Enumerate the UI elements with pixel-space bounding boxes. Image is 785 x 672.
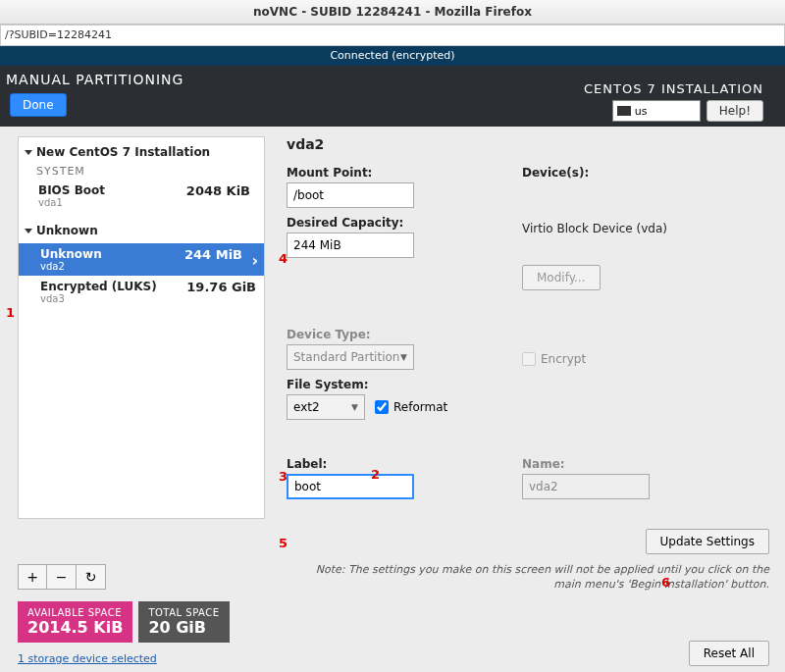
label-input[interactable]: [287, 474, 414, 499]
url-bar[interactable]: /?SUBID=12284241: [0, 25, 785, 46]
keyboard-layout-selector[interactable]: us: [612, 100, 701, 122]
file-system-select[interactable]: ext2▼: [287, 394, 365, 420]
install-title: CENTOS 7 INSTALLATION: [584, 81, 763, 96]
chevron-down-icon: [25, 229, 32, 233]
partition-tree-panel: New CentOS 7 Installation SYSTEM BIOS Bo…: [0, 127, 273, 597]
modify-button[interactable]: Modify...: [522, 265, 601, 290]
devices-label: Device(s):: [522, 166, 769, 180]
help-button[interactable]: Help!: [706, 100, 763, 122]
encrypt-checkbox: [522, 352, 536, 366]
tree-section-new-install[interactable]: New CentOS 7 Installation: [25, 145, 258, 159]
window-title: noVNC - SUBID 12284241 - Mozilla Firefox: [0, 0, 785, 25]
partition-name: Unknown: [40, 247, 102, 261]
partition-device: vda2: [40, 261, 102, 272]
partition-size: 19.76 GiB: [186, 280, 256, 294]
reformat-label: Reformat: [393, 400, 447, 414]
name-label: Name:: [522, 457, 769, 471]
device-text: Virtio Block Device (vda): [522, 222, 769, 235]
device-type-label: Device Type:: [287, 328, 502, 341]
anaconda-header: MANUAL PARTITIONING Done CENTOS 7 INSTAL…: [0, 66, 785, 127]
page-title: MANUAL PARTITIONING: [6, 72, 183, 87]
partition-row-unknown[interactable]: Unknown vda2 244 MiB ›: [19, 243, 264, 276]
tree-section-unknown[interactable]: Unknown: [25, 224, 258, 237]
total-space-badge: TOTAL SPACE 20 GiB: [138, 601, 229, 643]
partition-row-luks[interactable]: Encrypted (LUKS) vda3 19.76 GiB: [19, 276, 264, 308]
file-system-label: File System:: [287, 378, 502, 391]
keyboard-layout-label: us: [635, 105, 648, 118]
available-space-badge: AVAILABLE SPACE 2014.5 KiB: [18, 601, 132, 643]
partition-row-bios[interactable]: BIOS Boot vda1 2048 KiB: [25, 180, 258, 212]
footer: AVAILABLE SPACE 2014.5 KiB TOTAL SPACE 2…: [0, 597, 785, 670]
mount-point-label: Mount Point:: [287, 166, 502, 180]
capacity-label: Desired Capacity:: [287, 216, 502, 230]
tree-subtitle-system: SYSTEM: [36, 165, 258, 178]
reload-button[interactable]: ↻: [77, 564, 106, 590]
partition-name: BIOS Boot: [38, 183, 105, 197]
partition-size: 2048 KiB: [186, 183, 250, 198]
detail-heading: vda2: [287, 136, 769, 152]
reformat-checkbox[interactable]: [375, 400, 389, 414]
partition-detail-panel: vda2 Mount Point: Device(s): Desired Cap…: [273, 127, 785, 597]
chevron-right-icon: ›: [251, 250, 258, 269]
add-partition-button[interactable]: +: [18, 564, 47, 590]
done-button[interactable]: Done: [10, 93, 67, 117]
partition-device: vda3: [40, 293, 157, 304]
vnc-status-bar: Connected (encrypted): [0, 46, 785, 66]
chevron-down-icon: ▼: [400, 352, 407, 362]
partition-size: 244 MiB: [184, 247, 242, 262]
chevron-down-icon: ▼: [351, 402, 358, 412]
keyboard-icon: [617, 106, 631, 116]
chevron-down-icon: [25, 150, 32, 155]
reset-all-button[interactable]: Reset All: [689, 641, 769, 666]
partition-device: vda1: [38, 197, 105, 208]
device-type-select[interactable]: Standard Partition▼: [287, 344, 414, 370]
storage-devices-link[interactable]: 1 storage device selected: [18, 652, 157, 665]
name-input: [522, 474, 650, 499]
update-settings-button[interactable]: Update Settings: [646, 529, 770, 554]
label-label: Label:: [287, 457, 502, 471]
encrypt-label: Encrypt: [541, 352, 586, 366]
settings-note: Note: The settings you make on this scre…: [287, 562, 769, 593]
mount-point-input[interactable]: [287, 182, 414, 208]
remove-partition-button[interactable]: −: [47, 564, 77, 590]
partition-name: Encrypted (LUKS): [40, 280, 157, 293]
capacity-input[interactable]: [287, 233, 414, 258]
